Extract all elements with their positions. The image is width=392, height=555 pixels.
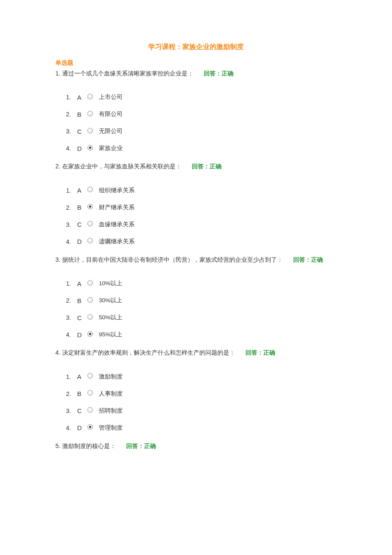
radio-dot-icon (89, 147, 91, 149)
option-row: 1.A上市公司 (66, 93, 337, 101)
option-row: 3.C招聘制度 (66, 407, 337, 415)
option-label: 遗嘱继承关系 (99, 238, 135, 246)
question-text-line: 5. 激励制度的核心是：回答：正确 (55, 441, 337, 451)
option-row: 1.A组织继承关系 (66, 187, 337, 194)
radio-button[interactable] (87, 297, 93, 303)
option-label: 家族企业 (99, 145, 123, 152)
option-letter: A (77, 373, 86, 380)
option-row: 3.C无限公司 (66, 127, 337, 135)
radio-dot-icon (89, 426, 91, 428)
radio-button[interactable] (87, 221, 93, 226)
option-label: 50%以上 (99, 314, 122, 321)
options-list: 1.A组织继承关系2.B财产继承关系3.C血缘继承关系4.D遗嘱继承关系 (55, 187, 337, 246)
option-number: 1. (66, 280, 77, 287)
option-label: 人事制度 (99, 390, 123, 398)
option-number: 2. (66, 204, 77, 211)
option-number: 3. (66, 221, 77, 228)
option-letter: D (77, 331, 86, 338)
option-letter: C (77, 221, 86, 228)
option-number: 1. (66, 373, 77, 380)
radio-button[interactable] (87, 390, 93, 396)
option-letter: B (77, 111, 86, 118)
answer-feedback: 回答：正确 (126, 442, 156, 449)
option-letter: C (77, 407, 86, 414)
option-row: 4.D遗嘱继承关系 (66, 238, 337, 246)
question-block: 5. 激励制度的核心是：回答：正确 (55, 441, 337, 451)
option-label: 招聘制度 (99, 407, 123, 415)
option-row: 4.D家族企业 (66, 145, 337, 152)
radio-button[interactable] (87, 111, 93, 116)
option-number: 4. (66, 425, 77, 431)
answer-feedback: 回答：正确 (293, 256, 323, 263)
question-text: 3. 据统计，目前在中国大陆非公有制经济中（民营），家族式经营的企业至少占到了： (55, 256, 283, 263)
radio-button[interactable] (87, 424, 93, 430)
option-row: 3.C血缘继承关系 (66, 221, 337, 228)
option-letter: A (77, 187, 86, 194)
option-label: 10%以上 (99, 280, 122, 287)
option-number: 2. (66, 297, 77, 304)
options-list: 1.A10%以上2.B30%以上3.C50%以上4.D95%以上 (55, 280, 337, 338)
option-label: 血缘继承关系 (99, 221, 135, 228)
radio-button[interactable] (87, 373, 93, 379)
option-number: 1. (66, 94, 77, 101)
option-letter: B (77, 390, 86, 397)
questions-container: 1. 通过一个或几个血缘关系清晰家族掌控的企业是：回答：正确1.A上市公司2.B… (55, 69, 337, 451)
question-text: 4. 决定财富生产的效率规则，解决生产什么和怎样生产的问题的是： (55, 349, 235, 356)
answer-feedback: 回答：正确 (245, 349, 275, 356)
radio-dot-icon (89, 205, 91, 208)
option-number: 3. (66, 314, 77, 321)
option-row: 4.D管理制度 (66, 424, 337, 432)
radio-button[interactable] (87, 280, 93, 286)
question-text: 5. 激励制度的核心是： (55, 442, 116, 449)
options-list: 1.A激励制度2.B人事制度3.C招聘制度4.D管理制度 (55, 373, 337, 432)
option-number: 3. (66, 408, 77, 414)
question-text-line: 2. 在家族企业中，与家族血脉关系相关联的是：回答：正确 (55, 162, 337, 171)
option-row: 2.B人事制度 (66, 390, 337, 398)
option-row: 1.A10%以上 (66, 280, 337, 287)
radio-button[interactable] (87, 238, 93, 243)
option-row: 2.B有限公司 (66, 110, 337, 118)
question-text: 1. 通过一个或几个血缘关系清晰家族掌控的企业是： (55, 70, 193, 77)
option-row: 2.B财产继承关系 (66, 204, 337, 211)
option-number: 1. (66, 187, 77, 194)
option-letter: D (77, 238, 86, 245)
option-label: 上市公司 (99, 93, 123, 101)
option-label: 无限公司 (99, 127, 123, 135)
option-letter: A (77, 280, 86, 287)
option-letter: B (77, 204, 86, 211)
option-row: 3.C50%以上 (66, 314, 337, 321)
section-heading: 单选题 (55, 59, 337, 67)
option-number: 4. (66, 331, 77, 338)
option-row: 4.D95%以上 (66, 331, 337, 338)
page-title: 学习课程：家族企业的激励制度 (55, 43, 337, 52)
radio-button[interactable] (87, 145, 93, 150)
option-label: 组织继承关系 (99, 187, 135, 194)
option-number: 4. (66, 238, 77, 245)
option-letter: C (77, 314, 86, 321)
radio-dot-icon (89, 333, 91, 335)
option-number: 3. (66, 128, 77, 135)
radio-button[interactable] (87, 94, 93, 99)
radio-button[interactable] (87, 128, 93, 133)
question-text-line: 1. 通过一个或几个血缘关系清晰家族掌控的企业是：回答：正确 (55, 69, 337, 78)
radio-button[interactable] (87, 331, 93, 337)
radio-button[interactable] (87, 187, 93, 192)
question-block: 3. 据统计，目前在中国大陆非公有制经济中（民营），家族式经营的企业至少占到了：… (55, 255, 337, 338)
option-letter: D (77, 145, 86, 152)
option-row: 2.B30%以上 (66, 297, 337, 304)
option-label: 有限公司 (99, 110, 123, 118)
option-row: 1.A激励制度 (66, 373, 337, 381)
radio-button[interactable] (87, 407, 93, 413)
question-block: 1. 通过一个或几个血缘关系清晰家族掌控的企业是：回答：正确1.A上市公司2.B… (55, 69, 337, 152)
question-text-line: 3. 据统计，目前在中国大陆非公有制经济中（民营），家族式经营的企业至少占到了：… (55, 255, 337, 264)
option-label: 95%以上 (99, 331, 122, 338)
answer-feedback: 回答：正确 (204, 70, 233, 77)
question-text-line: 4. 决定财富生产的效率规则，解决生产什么和怎样生产的问题的是：回答：正确 (55, 348, 337, 357)
option-letter: D (77, 424, 86, 431)
option-letter: B (77, 297, 86, 304)
option-letter: A (77, 94, 86, 101)
radio-button[interactable] (87, 204, 93, 209)
radio-button[interactable] (87, 314, 93, 320)
option-number: 2. (66, 111, 77, 118)
option-letter: C (77, 128, 86, 135)
